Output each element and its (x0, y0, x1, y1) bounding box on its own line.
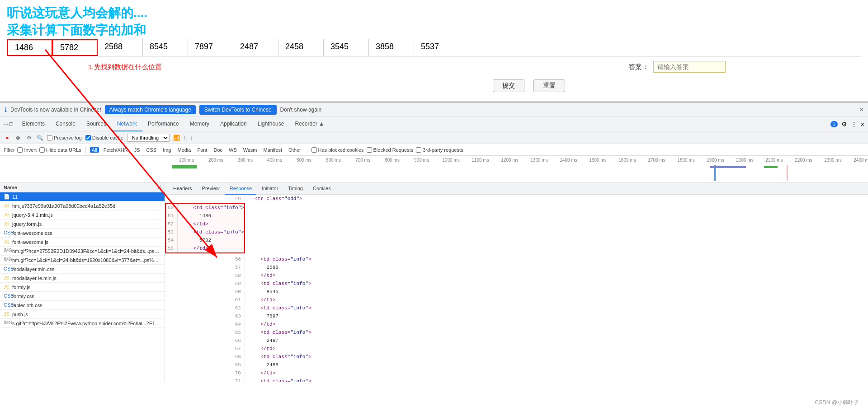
list-item[interactable]: CSS modallayer.min.css (0, 265, 165, 274)
has-blocked-cookies-label[interactable]: Has blocked cookies (311, 147, 364, 153)
filter-img[interactable]: Img (161, 147, 173, 153)
code-line-59: 59 <td class="info"> (165, 280, 868, 288)
filter-ws[interactable]: WS (227, 147, 239, 153)
invert-label[interactable]: Invert (17, 147, 37, 153)
submit-button[interactable]: 提交 (493, 79, 524, 92)
tab-response[interactable]: Response (225, 183, 257, 195)
list-item[interactable]: JS hm.js?337e99a01a907a08d00bed4a1a52e35… (0, 201, 165, 210)
notify-close-button[interactable]: × (859, 106, 863, 114)
info-icon: ℹ (5, 106, 7, 113)
filter-manifest[interactable]: Manifest (262, 147, 284, 153)
filter-font[interactable]: Font (195, 147, 209, 153)
cursor-icon[interactable]: ⊹ (4, 121, 9, 127)
filter-doc[interactable]: Doc (212, 147, 224, 153)
code-line-70: 70 </td> (165, 369, 868, 377)
tab-recorder[interactable]: Recorder ▲ (289, 117, 330, 131)
tab-console[interactable]: Console (50, 117, 81, 131)
list-item[interactable]: CSS tablecloth.css (0, 301, 165, 310)
answer-input[interactable] (653, 61, 726, 73)
tab-performance[interactable]: Performance (142, 117, 184, 131)
filter-wasm[interactable]: Wasm (241, 147, 259, 153)
search-icon[interactable]: 🔍 (36, 134, 43, 141)
line-content-55: </td> (178, 244, 244, 252)
upload-icon[interactable]: ↑ (184, 135, 186, 141)
css-icon: CSS (4, 230, 10, 236)
list-item[interactable]: IMG hm.gif?cc=1&ck=1&cl=24-bit&ds=1920x1… (0, 256, 165, 265)
tab-headers[interactable]: Headers (169, 183, 197, 195)
throttle-select[interactable]: No throttling (127, 134, 170, 142)
line-content-57: 2588 (245, 263, 868, 271)
filter-other[interactable]: Other (287, 147, 303, 153)
main-title-1: 听说这玩意人均会解的.... (7, 5, 861, 22)
third-party-label[interactable]: 3rd-party requests (416, 147, 463, 153)
file-list-close[interactable]: × (158, 185, 161, 190)
tab-cookies[interactable]: Cookies (308, 183, 335, 195)
timeline-bar-green2 (764, 166, 778, 168)
tick-600: 600 ms (319, 158, 348, 163)
preserve-log-checkbox[interactable] (47, 135, 52, 140)
record-button[interactable]: ● (4, 134, 11, 141)
filter-fetch-xhr[interactable]: Fetch/XHR (102, 147, 130, 153)
reset-button[interactable]: 重置 (533, 79, 565, 92)
devtools-close-icon[interactable]: × (861, 121, 864, 128)
line-num-54: 54 (166, 236, 178, 244)
list-item[interactable]: 📄 11 (0, 192, 165, 201)
code-line-51: 51 1486 (166, 212, 244, 220)
switch-devtools-button[interactable]: Switch DevTools to Chinese (199, 105, 277, 115)
filter-icon[interactable]: ⚙ (25, 134, 33, 141)
filter-media[interactable]: Media (175, 147, 193, 153)
code-line-52: 52 </td> (166, 220, 244, 228)
list-item[interactable]: JS jquery.form.js (0, 220, 165, 229)
list-item[interactable]: CSS font-awesome.css (0, 229, 165, 238)
code-line-66: 66 2487 (165, 336, 868, 345)
list-item[interactable]: JS formly.js (0, 283, 165, 292)
stop-button[interactable]: ⊗ (14, 134, 22, 141)
list-item[interactable]: JS jquery-3.4.1.min.js (0, 210, 165, 220)
line-content-53: <td class="info"> (178, 228, 244, 236)
tick-100: 100 ms (172, 158, 201, 163)
main-title-2: 采集计算下面数字的加和 (7, 22, 861, 39)
list-item[interactable]: JS push.js (0, 310, 165, 319)
blocked-requests-label[interactable]: Blocked Requests (367, 147, 414, 153)
list-item[interactable]: IMG s.gif?r=https%3A%2F%2Fwww.python-spi… (0, 319, 165, 328)
download-icon[interactable]: ↓ (190, 135, 193, 141)
disable-cache-checkbox[interactable] (85, 135, 91, 140)
blocked-requests-checkbox[interactable] (367, 147, 372, 153)
dont-show-link[interactable]: Don't show again (280, 107, 322, 113)
list-item[interactable]: IMG hm.gif?hca=27552E2D1D89423F&cc=1&ck=… (0, 247, 165, 256)
more-icon[interactable]: ⋮ (851, 121, 857, 128)
tab-preview[interactable]: Preview (198, 183, 224, 195)
device-icon[interactable]: □ (9, 121, 13, 127)
tab-initiator[interactable]: Initiator (257, 183, 283, 195)
tab-timing[interactable]: Timing (283, 183, 307, 195)
third-party-checkbox[interactable] (416, 147, 421, 153)
filter-all[interactable]: All (90, 147, 99, 153)
tab-memory[interactable]: Memory (184, 117, 215, 131)
line-num-53: 53 (166, 228, 178, 236)
always-match-button[interactable]: Always match Chrome's language (105, 105, 196, 114)
filter-js[interactable]: JS (132, 147, 142, 153)
hide-data-urls-checkbox[interactable] (39, 147, 45, 153)
tab-application[interactable]: Application (215, 117, 252, 131)
list-item[interactable]: JS modallayer-ie.min.js (0, 274, 165, 283)
invert-checkbox[interactable] (17, 147, 23, 153)
tab-elements[interactable]: Elements (17, 117, 50, 131)
tab-lighthouse[interactable]: Lighthouse (252, 117, 290, 131)
tab-sources[interactable]: Sources (81, 117, 112, 131)
preserve-log-label[interactable]: Preserve log (47, 135, 82, 140)
response-content[interactable]: 49 <tr class="odd"> 50 <td class="info">… (165, 195, 868, 382)
line-num-49: 49 (165, 195, 245, 203)
main-content: Name × 📄 11 JS hm.js?337e99a01a907a08d00… (0, 183, 868, 382)
tab-network[interactable]: Network (112, 117, 142, 131)
js-icon: JS (4, 311, 10, 318)
list-item[interactable]: JS font-awesome.js (0, 238, 165, 247)
list-item[interactable]: CSS formly.css (0, 292, 165, 301)
disable-cache-label[interactable]: Disable cache (85, 135, 123, 140)
file-name-12: tablecloth.css (12, 303, 161, 308)
settings-icon[interactable]: ⚙ (841, 121, 847, 128)
filter-css[interactable]: CSS (145, 147, 159, 153)
hide-data-urls-label[interactable]: Hide data URLs (39, 147, 81, 153)
has-blocked-cookies-checkbox[interactable] (311, 147, 317, 153)
tick-400: 400 ms (260, 158, 289, 163)
doc-icon: 📄 (4, 194, 10, 200)
